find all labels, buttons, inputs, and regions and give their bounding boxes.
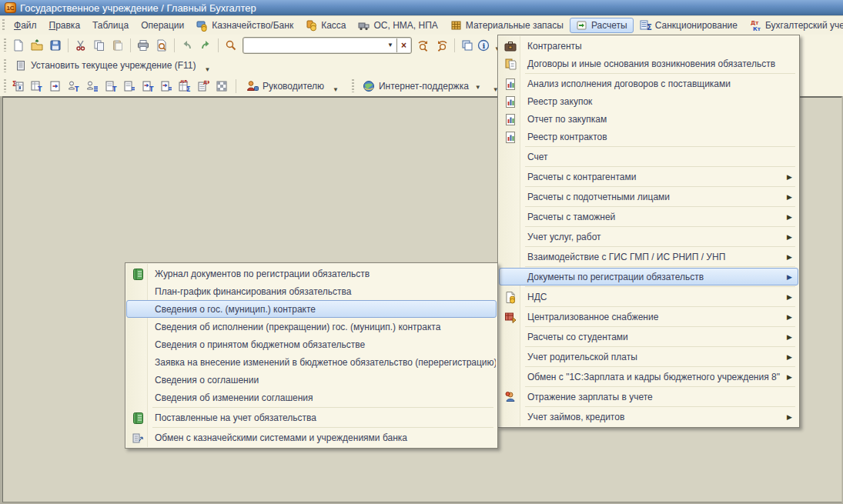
- submenu-item-zhurnal-dokumentov[interactable]: Журнал документов по регистрации обязате…: [126, 265, 497, 282]
- svg-text:Σ: Σ: [647, 23, 652, 32]
- undo-button[interactable]: [178, 36, 196, 54]
- turnover-balance-report-button[interactable]: Σ: [9, 77, 28, 95]
- menu-item-kontragenty[interactable]: Контрагенты: [499, 37, 798, 55]
- account-analysis-button[interactable]: Т: [102, 77, 120, 95]
- menu-file[interactable]: Файл: [8, 18, 43, 33]
- menu-item-centralizovannoe[interactable]: Централизованное снабжение ▶: [499, 308, 798, 325]
- redo-button[interactable]: [196, 36, 215, 54]
- toolbar-grip[interactable]: [352, 79, 354, 92]
- submenu-item-postavlennye-obyazatelstva[interactable]: Поставленные на учет обязательства: [126, 409, 497, 426]
- reference-calculations-button[interactable]: ДК: [194, 77, 212, 95]
- menu-item-dokumenty-registracii[interactable]: Документы по регистрации обязательств ▶: [499, 268, 798, 285]
- menu-item-dogovory[interactable]: Договоры и иные основания возникновения …: [499, 55, 798, 72]
- cut-button[interactable]: [72, 36, 90, 54]
- submenu-item-svedeniya-izmenenii-soglasheniya[interactable]: Сведения об изменении соглашения: [126, 389, 497, 406]
- info-icon: i: [477, 39, 490, 52]
- search-combo: ▼ ×: [243, 38, 411, 53]
- menu-cash[interactable]: Касса: [299, 18, 352, 33]
- toolbar-grip[interactable]: [4, 59, 6, 72]
- find-previous-button[interactable]: [433, 36, 451, 54]
- journal-icon: [132, 268, 145, 281]
- open-folder-icon: [31, 39, 43, 52]
- menu-item-zaimy-kredity[interactable]: Учет займов, кредитов ▶: [499, 408, 798, 426]
- account-card-report-button[interactable]: [46, 77, 65, 95]
- find-next-icon: [417, 39, 430, 52]
- windows-list-button[interactable]: [458, 36, 477, 54]
- window-title: Государственное учреждение / Главный Бух…: [20, 2, 256, 14]
- menu-fixed-assets[interactable]: ОС, НМА, НПА: [352, 18, 443, 33]
- menu-item-reestr-zakupok[interactable]: Реестр закупок: [499, 92, 798, 110]
- submenu-arrow-icon: ▶: [787, 353, 792, 361]
- report-icon: [504, 95, 517, 108]
- menu-item-studenty[interactable]: Расчеты со студентами ▶: [499, 328, 798, 345]
- copy-icon: [93, 39, 105, 52]
- menu-item-raschety-kontragentami[interactable]: Расчеты с контрагентами ▶: [499, 168, 798, 185]
- submenu-arrow-icon: ▶: [787, 233, 792, 241]
- svg-text:Т: Т: [38, 86, 42, 92]
- submenu-item-svedeniya-soglashenii[interactable]: Сведения о соглашении: [126, 371, 497, 389]
- menu-item-gis-gmp[interactable]: Взаимодействие с ГИС ГМП / ИС РНИП / УНП…: [499, 248, 798, 265]
- account-turnover-report-button[interactable]: Т: [28, 77, 46, 95]
- menu-item-nds[interactable]: НДС ▶: [499, 288, 798, 305]
- copy-button[interactable]: [90, 36, 109, 54]
- redo-arrow-icon: [199, 39, 212, 52]
- postings-report-button[interactable]: Т: [139, 77, 157, 95]
- menu-sanctioning[interactable]: Σ Санкционирование: [634, 18, 744, 33]
- raschety-icon: [576, 19, 588, 32]
- manager-reports-button[interactable]: Руководителю ▼: [241, 77, 344, 95]
- doc-list-icon: [123, 80, 135, 92]
- submenu-item-svedeniya-ispolnenii[interactable]: Сведения об исполнении (прекращении) гос…: [126, 318, 497, 335]
- chess-report-button[interactable]: [212, 77, 231, 95]
- submenu-item-obmen-kaznacheyskimi[interactable]: Обмен с казначейскими системами и учрежд…: [126, 429, 497, 446]
- journal-icon: [132, 412, 145, 425]
- menu-edit[interactable]: Правка: [43, 18, 87, 33]
- find-button[interactable]: [222, 36, 240, 54]
- print-preview-button[interactable]: [152, 36, 171, 54]
- menu-operations[interactable]: Операции: [135, 18, 190, 33]
- find-next-button[interactable]: [414, 36, 433, 54]
- paste-button[interactable]: [109, 36, 127, 54]
- postings-journal-button[interactable]: [157, 77, 176, 95]
- submenu-item-svedeniya-kontrakte[interactable]: Сведения о гос. (муницип.) контракте: [126, 300, 497, 318]
- menu-item-podotchetnye[interactable]: Расчеты с подотчетными лицами ▶: [499, 188, 798, 205]
- menu-item-otchet-po-zakupkam[interactable]: Отчет по закупкам: [499, 110, 798, 128]
- report-icon: [504, 78, 517, 91]
- submenu-item-plan-grafik[interactable]: План-график финансирования обязательства: [126, 282, 497, 300]
- new-document-button[interactable]: [9, 36, 28, 54]
- report-icon: [504, 113, 517, 126]
- open-button[interactable]: [28, 36, 46, 54]
- menu-item-uslugi-raboty[interactable]: Учет услуг, работ ▶: [499, 228, 798, 245]
- menu-materials[interactable]: Материальные запасы: [444, 18, 570, 33]
- menu-item-roditelskaya-plata[interactable]: Учет родительской платы ▶: [499, 348, 798, 365]
- analysis-subconto-button[interactable]: Т: [65, 77, 83, 95]
- summary-postings-button[interactable]: ДКΣ: [176, 77, 194, 95]
- chess-sheet-button[interactable]: [120, 77, 139, 95]
- submenu-item-svedeniya-obyazatelstve[interactable]: Сведения о принятом бюджетном обязательс…: [126, 335, 497, 353]
- menu-table[interactable]: Таблица: [86, 18, 135, 33]
- menu-item-otrazhenie-zarplaty[interactable]: Отражение зарплаты в учете: [499, 388, 798, 406]
- internet-support-button[interactable]: Интернет-поддержка ▼: [357, 77, 487, 95]
- manager-dropdown-arrow: ▼: [333, 86, 339, 93]
- menu-item-obmen-zarplata[interactable]: Обмен с "1С:Зарплата и кадры бюджетного …: [499, 368, 798, 386]
- menu-accounting[interactable]: ДтКт Бухгалтерский учет: [744, 18, 843, 33]
- menu-raschety[interactable]: Расчеты: [570, 18, 634, 33]
- person-list-icon: [86, 80, 99, 92]
- set-institution-button[interactable]: Установить текущее учреждение (F11) ▼: [9, 57, 216, 75]
- subconto-card-button[interactable]: [83, 77, 102, 95]
- toolbar-grip[interactable]: [4, 38, 6, 52]
- menu-item-reestr-kontraktov[interactable]: Реестр контрактов: [499, 128, 798, 145]
- menu-item-analiz-dogovorov[interactable]: Анализ исполнения договоров с поставщика…: [499, 75, 798, 92]
- submenu-arrow-icon: ▶: [787, 193, 792, 201]
- search-dropdown-arrow[interactable]: ▼: [384, 38, 396, 52]
- print-button[interactable]: [134, 36, 152, 54]
- salary-person-icon: [504, 391, 517, 404]
- search-input[interactable]: [244, 38, 384, 52]
- toolbar-grip[interactable]: [4, 79, 6, 92]
- search-clear-button[interactable]: ×: [396, 38, 410, 52]
- menu-item-tamozhnya[interactable]: Расчеты с таможней ▶: [499, 208, 798, 225]
- menu-item-schet[interactable]: Счет: [499, 148, 798, 165]
- save-button[interactable]: [46, 36, 65, 54]
- menu-treasury-bank[interactable]: Казначейство/Банк: [190, 18, 299, 33]
- doc-arrows-icon: [49, 80, 62, 92]
- submenu-item-zayavka-izmeneniya[interactable]: Заявка на внесение изменений в бюджетное…: [126, 353, 497, 371]
